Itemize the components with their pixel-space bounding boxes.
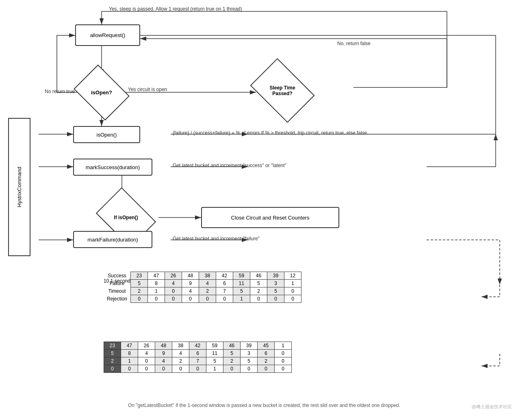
get-latest-success-label: Get latest bucket and increment "success… [173, 163, 286, 168]
bucket-cell: 23 [131, 272, 148, 280]
bottom-bucket-cell: 0 [241, 365, 258, 373]
bottom-bucket-cell: 0 [275, 365, 292, 373]
bottom-bucket-cell: 47 [121, 342, 138, 350]
mark-success-box: markSuccess(duration) [73, 159, 152, 176]
bucket-cell: 4 [182, 287, 199, 295]
bottom-bucket-cell: 1 [206, 365, 223, 373]
bottom-bucket-cell: 1 [275, 342, 292, 350]
bottom-bucket-cell: 5 [104, 350, 121, 357]
bucket-cell: 0 [284, 287, 301, 295]
bottom-bucket-cell: 5 [241, 357, 258, 365]
get-latest-failure-label: Get latest bucket and increment "failure… [173, 236, 260, 242]
bottom-bucket-cell: 8 [121, 350, 138, 357]
bottom-bucket-cell: 42 [189, 342, 206, 350]
top-bucket-area: Success23472648384259463912Failure584946… [104, 272, 152, 284]
bucket-cell: 3 [267, 280, 284, 287]
close-circuit-box: Close Circuit and Reset Counters [201, 207, 339, 228]
bottom-bucket-cell: 23 [104, 342, 121, 350]
bottom-bucket-cell: 48 [155, 342, 172, 350]
bottom-bucket-cell: 0 [258, 365, 275, 373]
diagram-container: HystrixCommand allowRequest() isOpen? Sl… [0, 0, 516, 420]
bottom-bucket-cell: 59 [206, 342, 223, 350]
bucket-cell: 59 [233, 272, 250, 280]
bucket-cell: 1 [233, 295, 250, 303]
bucket-cell: 0 [216, 295, 233, 303]
bucket-cell: 4 [199, 280, 216, 287]
is-open-formula-label: (failure) / (success+failure) = % of err… [173, 130, 369, 136]
bucket-cell: 7 [216, 287, 233, 295]
mark-failure-box: markFailure(duration) [73, 231, 152, 248]
bucket-cell: 5 [131, 280, 148, 287]
bottom-bucket-cell: 4 [138, 350, 155, 357]
bucket-cell: 48 [182, 272, 199, 280]
bucket-cell: 0 [250, 295, 267, 303]
if-is-open-diamond: If isOpen() [102, 199, 150, 236]
bucket-row-label: Success [104, 272, 131, 280]
bottom-bucket-cell: 0 [138, 357, 155, 365]
bucket-cell: 0 [199, 295, 216, 303]
bottom-bucket-cell: 39 [241, 342, 258, 350]
bottom-bucket-cell: 2 [104, 357, 121, 365]
bottom-bucket-cell: 0 [172, 365, 189, 373]
bottom-bucket-cell: 0 [189, 365, 206, 373]
bottom-bucket-cell: 26 [138, 342, 155, 350]
no-return-false-label: No, return false [337, 41, 371, 46]
bucket-cell: 2 [199, 287, 216, 295]
bottom-bucket-cell: 1 [121, 357, 138, 365]
bottom-bucket-cell: 0 [275, 357, 292, 365]
bucket-cell: 4 [165, 280, 182, 287]
footer-note: On "getLatestBucket" if the 1-second win… [41, 403, 488, 408]
bottom-bucket-cell: 9 [155, 350, 172, 357]
bucket-row-label: Rejection [104, 295, 131, 303]
bucket-cell: 26 [165, 272, 182, 280]
bucket-cell: 12 [284, 272, 301, 280]
bottom-bucket-cell: 2 [258, 357, 275, 365]
bottom-bucket-cell: 7 [189, 357, 206, 365]
bucket-cell: 0 [165, 295, 182, 303]
bottom-bucket-cell: 0 [155, 365, 172, 373]
bottom-bucket-cell: 6 [258, 350, 275, 357]
bottom-bucket-cell: 2 [172, 357, 189, 365]
bucket-cell: 39 [267, 272, 284, 280]
bottom-bucket-cell: 0 [121, 365, 138, 373]
is-open-func-box: isOpen() [73, 126, 140, 143]
bottom-bucket-cell: 5 [223, 350, 241, 357]
sleep-time-diamond: Sleep TimePassed? [256, 71, 309, 110]
bucket-cell: 42 [216, 272, 233, 280]
allow-request-box: allowRequest() [75, 24, 140, 46]
bottom-bucket-cell: 6 [189, 350, 206, 357]
bottom-bucket-cell: 46 [223, 342, 241, 350]
no-return-true-label: No return true [45, 89, 75, 94]
bucket-cell: 6 [216, 280, 233, 287]
is-open-diamond: isOpen? [79, 75, 124, 110]
top-bucket-table: Success23472648384259463912Failure584946… [104, 272, 301, 303]
bottom-bucket-cell: 5 [206, 357, 223, 365]
bucket-cell: 46 [250, 272, 267, 280]
bucket-cell: 0 [267, 295, 284, 303]
bottom-bucket-cell: 45 [258, 342, 275, 350]
bucket-cell: 11 [233, 280, 250, 287]
bucket-cell: 8 [148, 280, 165, 287]
bucket-cell: 0 [131, 295, 148, 303]
bucket-cell: 9 [182, 280, 199, 287]
bottom-bucket-cell: 4 [155, 357, 172, 365]
hystrix-command-label: HystrixCommand [8, 118, 30, 256]
bottom-bucket-cell: 3 [241, 350, 258, 357]
bottom-bucket-cell: 11 [206, 350, 223, 357]
bucket-row-label: Timeout [104, 287, 131, 295]
bottom-bucket-cell: 0 [104, 365, 121, 373]
bucket-cell: 0 [165, 287, 182, 295]
bucket-cell: 38 [199, 272, 216, 280]
yes-circuit-open-label: Yes circuit is open [128, 87, 167, 92]
yes-allow-request-label: Yes, sleep is passed. Allow 1 request (r… [109, 6, 345, 12]
bucket-cell: 5 [233, 287, 250, 295]
bucket-cell: 0 [182, 295, 199, 303]
bucket-cell: 5 [267, 287, 284, 295]
bucket-row-label: Failure [104, 280, 131, 287]
bucket-cell: 5 [250, 280, 267, 287]
bottom-bucket-cell: 0 [275, 350, 292, 357]
watermark: @稀土掘金技术社区 [472, 404, 512, 410]
bottom-bucket-cell: 4 [172, 350, 189, 357]
bucket-cell: 2 [131, 287, 148, 295]
bucket-cell: 1 [284, 280, 301, 287]
